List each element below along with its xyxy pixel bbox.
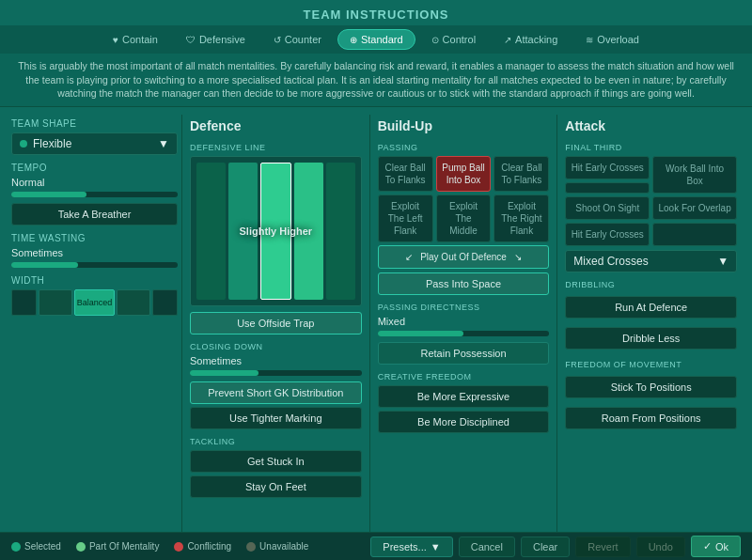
control-icon: ⊙: [431, 35, 439, 45]
chevron-down-icon: ▼: [158, 137, 169, 150]
def-bar-1: [196, 163, 226, 300]
hit-early-crosses-top[interactable]: Hit Early Crosses: [565, 156, 650, 179]
left-panel: TEAM SHAPE Flexible ▼ TEMPO Normal Take …: [8, 115, 181, 537]
prevent-short-gk-button[interactable]: Prevent Short GK Distribution: [190, 381, 362, 404]
pass-btn-exploit-middle[interactable]: Exploit The Middle: [436, 194, 492, 242]
width-narrow: [11, 289, 37, 316]
work-ball-into-box[interactable]: Work Ball Into Box: [652, 156, 737, 194]
legend-conflicting: Conflicting: [174, 541, 231, 552]
conflicting-dot: [174, 542, 183, 552]
ok-button[interactable]: ✓ Ok: [691, 536, 741, 557]
width-medium-low: [39, 289, 71, 316]
buildup-title: Build-Up: [378, 118, 550, 135]
defensive-line-value: Slightly Higher: [240, 226, 313, 237]
pass-into-space-button[interactable]: Pass Into Space: [378, 272, 550, 295]
width-label: WIDTH: [11, 275, 178, 286]
chevron-down-icon-2: ▼: [717, 255, 728, 268]
defensive-line-label: DEFENSIVE LINE: [190, 143, 362, 152]
description-text: This is arguably the most important of a…: [0, 54, 752, 107]
pass-btn-clear-right[interactable]: Clear Ball To Flanks: [494, 156, 549, 192]
unavailable-dot: [246, 542, 256, 552]
passing-grid: Clear Ball To Flanks Pump Ball Into Box …: [378, 156, 550, 269]
team-shape-dropdown[interactable]: Flexible ▼: [11, 132, 178, 155]
pass-btn-pump-box[interactable]: Pump Ball Into Box: [436, 156, 492, 192]
passing-directness-slider[interactable]: [378, 331, 550, 336]
clear-button[interactable]: Clear: [521, 537, 570, 557]
run-at-defence-button[interactable]: Run At Defence: [565, 296, 737, 319]
dribbling-label: DRIBBLING: [565, 280, 737, 289]
cancel-button[interactable]: Cancel: [459, 537, 515, 557]
selected-dot: [11, 542, 21, 552]
hit-early-crosses-bottom[interactable]: Hit Early Crosses: [565, 223, 650, 246]
tab-contain[interactable]: ♥ Contain: [101, 29, 170, 50]
team-shape-label: TEAM SHAPE: [11, 118, 178, 129]
pass-btn-play-out[interactable]: ↙ Play Out Of Defence ↘: [378, 245, 550, 269]
use-offside-trap-button[interactable]: Use Offside Trap: [190, 312, 362, 334]
counter-icon: ↺: [274, 35, 281, 45]
stick-to-positions-button[interactable]: Stick To Positions: [565, 376, 737, 398]
presets-button[interactable]: Presets... ▼: [370, 537, 452, 557]
time-wasting-value: Sometimes: [11, 247, 178, 258]
status-actions: Presets... ▼ Cancel Clear Revert Undo ✓ …: [370, 536, 741, 557]
time-wasting-label: TIME WASTING: [11, 233, 178, 243]
defensive-icon: 🛡: [186, 35, 196, 45]
tempo-label: TEMPO: [11, 163, 178, 173]
retain-possession-button[interactable]: Retain Possession: [378, 342, 550, 365]
passing-directness-value: Mixed: [378, 316, 550, 327]
mentality-dot: [76, 542, 86, 552]
def-bar-5: [326, 163, 355, 300]
passing-directness-label: PASSING DIRECTNESS: [378, 303, 550, 312]
tab-attacking[interactable]: ↗ Attacking: [492, 29, 570, 50]
shoot-on-sight[interactable]: Shoot On Sight: [565, 196, 650, 220]
tab-overload[interactable]: ≋ Overload: [573, 29, 651, 50]
take-breather-button[interactable]: Take A Breather: [11, 203, 178, 226]
be-more-disciplined-button[interactable]: Be More Disciplined: [378, 411, 550, 433]
final-third-label: FINAL THIRD: [565, 143, 737, 152]
width-balanced: Balanced: [74, 289, 116, 316]
roam-from-positions-button[interactable]: Roam From Positions: [565, 407, 737, 429]
attacking-icon: ↗: [504, 35, 511, 45]
pass-btn-exploit-right[interactable]: Exploit The Right Flank: [494, 194, 549, 242]
width-medium-high: [117, 289, 149, 316]
tempo-slider[interactable]: [11, 192, 178, 197]
tab-standard[interactable]: ⊕ Standard: [337, 29, 415, 50]
look-for-overlap-top[interactable]: [565, 182, 650, 194]
standard-icon: ⊕: [350, 35, 357, 45]
tab-control[interactable]: ⊙ Control: [419, 29, 488, 50]
attack-empty-1[interactable]: [652, 223, 737, 246]
contain-icon: ♥: [113, 35, 118, 45]
dribble-less-button[interactable]: Dribble Less: [565, 327, 737, 350]
legend-selected: Selected: [11, 541, 61, 552]
stay-on-feet-button[interactable]: Stay On Feet: [190, 475, 362, 498]
defence-title: Defence: [190, 118, 362, 135]
closing-down-slider[interactable]: [190, 370, 362, 376]
tab-counter[interactable]: ↺ Counter: [261, 29, 334, 50]
tempo-value: Normal: [11, 177, 178, 188]
undo-button[interactable]: Undo: [636, 537, 685, 557]
pass-btn-clear-left[interactable]: Clear Ball To Flanks: [378, 156, 433, 192]
tackling-label: TACKLING: [190, 437, 362, 446]
dribble-grid: Run At Defence Dribble Less: [565, 293, 737, 352]
attack-panel: Attack FINAL THIRD Hit Early Crosses Wor…: [556, 115, 744, 537]
freedom-grid: Stick To Positions Roam From Positions: [565, 373, 737, 432]
tab-defensive[interactable]: 🛡 Defensive: [174, 29, 258, 50]
get-stuck-in-button[interactable]: Get Stuck In: [190, 450, 362, 473]
closing-down-label: CLOSING DOWN: [190, 342, 362, 351]
use-tighter-marking-button[interactable]: Use Tighter Marking: [190, 407, 362, 429]
creative-freedom-label: CREATIVE FREEDOM: [378, 372, 550, 381]
mixed-crosses-dropdown[interactable]: Mixed Crosses ▼: [565, 250, 737, 272]
check-icon: ✓: [703, 540, 712, 552]
pass-btn-exploit-left[interactable]: Exploit The Left Flank: [378, 194, 433, 242]
revert-button[interactable]: Revert: [575, 537, 630, 557]
defence-panel: Defence DEFENSIVE LINE Slightly Higher U…: [181, 115, 369, 537]
tab-bar: ♥ Contain 🛡 Defensive ↺ Counter ⊕ Standa…: [0, 25, 752, 54]
legend-mentality: Part Of Mentality: [76, 541, 159, 552]
defensive-line-container[interactable]: Slightly Higher: [190, 156, 362, 306]
time-wasting-slider[interactable]: [11, 262, 178, 268]
be-more-expressive-button[interactable]: Be More Expressive: [378, 385, 550, 408]
look-for-overlap-bottom[interactable]: Look For Overlap: [652, 196, 737, 220]
legend-unavailable: Unavailable: [246, 541, 308, 552]
buildup-panel: Build-Up PASSING Clear Ball To Flanks Pu…: [369, 115, 557, 537]
closing-down-value: Sometimes: [190, 355, 362, 366]
freedom-label: FREEDOM OF MOVEMENT: [565, 360, 737, 369]
